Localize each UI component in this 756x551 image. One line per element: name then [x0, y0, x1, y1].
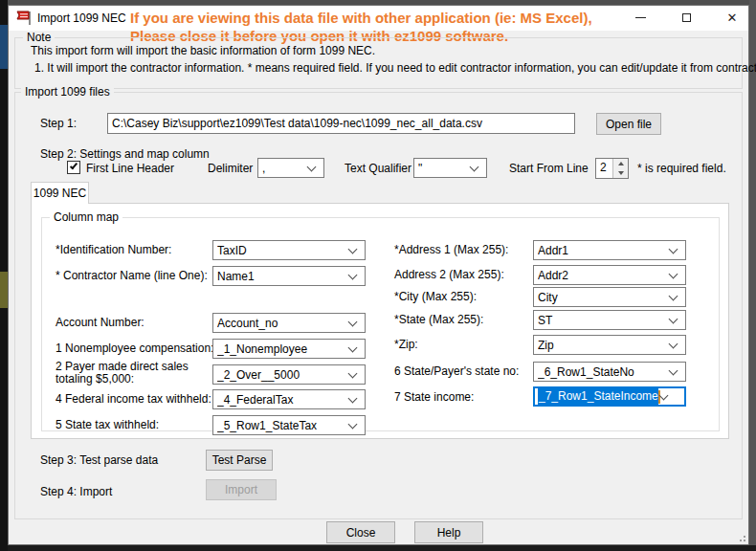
start-from-line-value: 2 — [596, 159, 612, 178]
note-group-title: Note — [23, 31, 55, 44]
note-text-line2: 1. It will import the contractor informa… — [34, 61, 756, 75]
account-number-combobox[interactable]: Account_no — [212, 313, 366, 333]
combo-value: Account_no — [217, 317, 349, 330]
city-label: *City (Max 255): — [394, 290, 477, 303]
open-file-button[interactable]: Open file — [596, 113, 661, 135]
chevron-down-icon — [348, 419, 358, 429]
maximize-button[interactable] — [670, 6, 702, 30]
chevron-down-icon — [348, 317, 358, 326]
state-label: *State (Max 255): — [394, 313, 483, 326]
close-window-button[interactable]: ✕ — [716, 6, 748, 30]
note-groupbox: Note This import form will import the ba… — [14, 37, 743, 89]
combo-value: Name1 — [217, 270, 349, 283]
text-qualifier-label: Text Qualifier — [345, 162, 411, 175]
chevron-down-icon — [669, 314, 678, 323]
background-app-left-strip — [0, 0, 8, 551]
direct-sales-label: 2 Payer made direct sales totaling $5,00… — [56, 361, 204, 386]
file-path-value: C:\Casey Biz\support\ez1099\Test data\10… — [112, 117, 482, 130]
city-combobox[interactable]: City — [533, 287, 686, 307]
screenshot-stage: Import 1099 NEC ✕ If you are viewing thi… — [0, 0, 756, 551]
combo-value: TaxID — [217, 244, 349, 257]
step4-label: Step 4: Import — [40, 485, 112, 498]
background-app-bottom-strip — [8, 545, 756, 551]
delimiter-value: , — [262, 162, 308, 175]
first-line-header-label: First Line Header — [86, 162, 174, 175]
contractor-name-combobox[interactable]: Name1 — [212, 266, 366, 286]
maximize-icon — [682, 13, 691, 22]
address2-label: Address 2 (Max 255): — [394, 268, 504, 281]
state-tax-withheld-label: 5 State tax withheld: — [56, 418, 159, 431]
nonemployee-compensation-label: 1 Nonemployee compensation: — [56, 342, 213, 355]
start-from-line-stepper[interactable]: 2 — [595, 158, 629, 179]
file-path-input[interactable]: C:\Casey Biz\support\ez1099\Test data\10… — [107, 113, 575, 134]
note-text-line1: This import form will import the basic i… — [31, 44, 375, 57]
nonemployee-compensation-combobox[interactable]: _1_Nonemployee — [212, 339, 366, 359]
minimize-icon — [635, 17, 646, 18]
spin-down-button[interactable] — [613, 168, 628, 178]
state-tax-withheld-combobox[interactable]: _5_Row1_StateTax — [212, 415, 366, 435]
identification-number-label: *Identification Number: — [56, 243, 171, 256]
chevron-down-icon — [348, 270, 358, 279]
close-icon: ✕ — [727, 11, 738, 24]
chevron-down-icon — [348, 393, 358, 403]
close-button[interactable]: Close — [326, 521, 395, 543]
chevron-down-icon — [307, 162, 317, 171]
combo-value: _4_FederalTax — [217, 393, 349, 407]
state-payer-no-label: 6 State/Payer's state no: — [394, 364, 519, 378]
chevron-down-icon — [669, 365, 678, 375]
tab-1099-nec[interactable]: 1099 NEC — [31, 182, 89, 204]
federal-tax-withheld-label: 4 Federal income tax withheld: — [56, 392, 211, 406]
federal-tax-withheld-combobox[interactable]: _4_FederalTax — [212, 389, 366, 409]
chevron-down-icon — [669, 244, 678, 253]
import-files-groupbox: Import 1099 files Step 1: C:\Casey Biz\s… — [14, 92, 743, 519]
chevron-down-icon — [669, 339, 678, 348]
import-button[interactable]: Import — [206, 479, 277, 500]
address1-label: *Address 1 (Max 255): — [394, 243, 508, 256]
direct-sales-combobox[interactable]: _2_Over__5000 — [212, 364, 366, 385]
chevron-down-icon — [470, 162, 479, 171]
window-title: Import 1099 NEC — [37, 11, 126, 25]
state-combobox[interactable]: ST — [533, 310, 686, 330]
background-olive-block — [0, 272, 8, 308]
step3-label: Step 3: Test parse data — [40, 453, 158, 467]
contractor-name-label: * Contractor Name (line One): — [56, 269, 208, 282]
resize-grip[interactable] — [737, 533, 745, 541]
address2-combobox[interactable]: Addr2 — [533, 265, 686, 285]
arrow-up-icon — [618, 162, 624, 165]
first-line-header-checkbox[interactable] — [67, 161, 80, 174]
state-payer-no-combobox[interactable]: _6_Row1_StateNo — [533, 362, 686, 382]
app-flag-icon — [16, 11, 33, 26]
import-group-title: Import 1099 files — [21, 85, 114, 99]
combo-value: Addr2 — [538, 269, 670, 282]
chevron-down-icon — [669, 291, 678, 300]
identification-number-combobox[interactable]: TaxID — [212, 240, 366, 260]
step2-label: Step 2: Settings and map column — [40, 147, 210, 161]
combo-value: ST — [538, 314, 670, 327]
combo-value: City — [538, 291, 670, 304]
tab-panel: Column map *Identification Number: * Con… — [31, 203, 729, 439]
spin-up-button[interactable] — [613, 159, 628, 168]
help-button[interactable]: Help — [414, 521, 483, 543]
zip-label: *Zip: — [394, 338, 418, 351]
arrow-down-icon — [618, 171, 624, 175]
account-number-label: Account Number: — [56, 316, 145, 329]
combo-value: _2_Over__5000 — [217, 368, 349, 382]
combo-value: _6_Row1_StateNo — [538, 365, 670, 379]
combo-value: _1_Nonemployee — [217, 342, 349, 356]
chevron-down-icon — [669, 269, 678, 278]
state-income-label: 7 State income: — [394, 390, 474, 404]
state-income-combobox[interactable]: _7_Row1_StateIncome — [533, 386, 686, 407]
start-from-line-label: Start From Line — [509, 162, 589, 175]
chevron-down-icon — [348, 244, 358, 253]
chevron-down-icon — [348, 368, 358, 378]
delimiter-combobox[interactable]: , — [257, 158, 324, 178]
import-1099-nec-dialog: Import 1099 NEC ✕ If you are viewing thi… — [8, 5, 749, 545]
minimize-button[interactable] — [624, 6, 656, 30]
chevron-down-icon — [348, 342, 358, 352]
combo-value: Addr1 — [538, 244, 670, 257]
zip-combobox[interactable]: Zip — [533, 335, 686, 355]
test-parse-button[interactable]: Test Parse — [206, 450, 273, 471]
text-qualifier-combobox[interactable]: " — [413, 158, 487, 178]
address1-combobox[interactable]: Addr1 — [533, 240, 686, 260]
delimiter-label: Delimiter — [208, 162, 253, 175]
